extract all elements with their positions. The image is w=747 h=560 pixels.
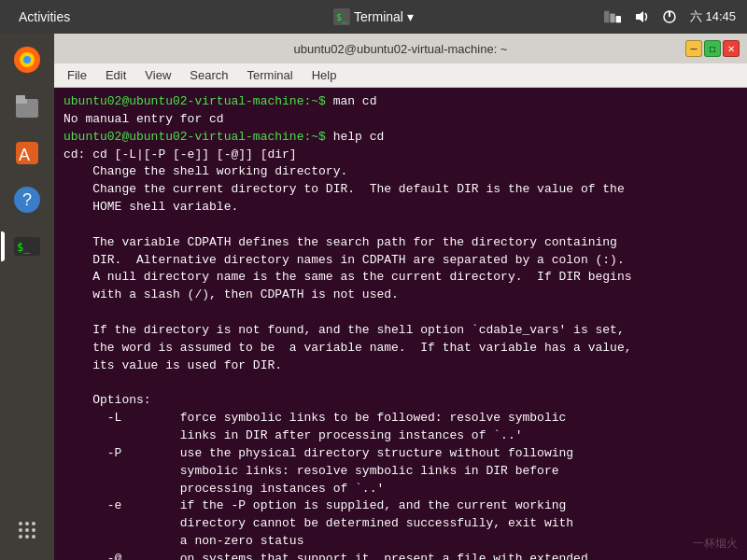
svg-rect-2 — [604, 11, 609, 23]
terminal-line-11: DIR. Alternative directory names in CDPA… — [63, 252, 738, 270]
svg-point-22 — [32, 522, 35, 525]
terminal-line-2: No manual entry for cd — [63, 111, 738, 129]
sidebar-item-files[interactable] — [7, 86, 48, 127]
terminal-line-13: with a slash (/), then CDPATH is not use… — [63, 287, 738, 304]
window-controls: ─ □ ✕ — [685, 40, 740, 57]
sidebar: A ? $_ — [0, 34, 54, 560]
svg-rect-4 — [615, 16, 620, 22]
terminal-line-26: directory cannot be determined successfu… — [63, 515, 738, 533]
terminal-taskbar-chevron: ▾ — [407, 9, 414, 24]
svg-rect-3 — [610, 13, 614, 22]
terminal-line-19: Options: — [63, 392, 738, 410]
terminal-titlebar: ubuntu02@ubuntu02-virtual-machine: ~ ─ □… — [54, 34, 747, 63]
svg-point-25 — [32, 528, 35, 532]
terminal-title: ubuntu02@ubuntu02-virtual-machine: ~ — [294, 42, 508, 56]
terminal-line-1: ubuntu02@ubuntu02-virtual-machine:~$ man… — [63, 93, 738, 111]
terminal-taskbar-item[interactable]: $_ Terminal ▾ — [333, 8, 414, 25]
svg-point-23 — [19, 528, 22, 532]
terminal-line-17: its value is used for DIR. — [63, 357, 738, 375]
terminal-window: ubuntu02@ubuntu02-virtual-machine: ~ ─ □… — [54, 34, 747, 560]
terminal-line-25: -e if the -P option is supplied, and the… — [63, 497, 738, 515]
sidebar-item-terminal[interactable]: $_ — [7, 226, 48, 267]
svg-point-28 — [32, 535, 35, 539]
watermark: 一杯烟火 — [693, 537, 738, 553]
app-grid-button[interactable] — [7, 510, 48, 551]
network-icon[interactable] — [604, 10, 621, 23]
terminal-icon: $_ — [12, 231, 42, 261]
volume-icon[interactable] — [634, 9, 649, 24]
datetime: 六 14:45 — [690, 8, 736, 25]
minimize-button[interactable]: ─ — [685, 40, 702, 57]
svg-point-20 — [19, 522, 22, 525]
power-icon[interactable] — [662, 9, 677, 24]
firefox-icon — [12, 45, 42, 75]
terminal-line-5: Change the shell working directory. — [63, 163, 738, 181]
close-button[interactable]: ✕ — [723, 40, 740, 57]
terminal-body[interactable]: ubuntu02@ubuntu02-virtual-machine:~$ man… — [54, 88, 747, 560]
software-center-icon: A — [12, 138, 42, 168]
terminal-line-14 — [63, 304, 738, 322]
svg-text:A: A — [19, 146, 30, 164]
terminal-line-4: cd: cd [-L|[-P [-e]] [-@]] [dir] — [63, 147, 738, 164]
svg-point-10 — [23, 56, 31, 63]
terminal-line-18 — [63, 375, 738, 393]
sidebar-bottom — [7, 510, 48, 551]
sidebar-item-help[interactable]: ? — [7, 179, 48, 220]
sidebar-item-software-center[interactable]: A — [7, 133, 48, 174]
terminal-line-8: HOME shell variable. — [63, 199, 738, 217]
terminal-line-20: -L force symbolic links to be followed: … — [63, 410, 738, 427]
terminal-taskbar-icon: $_ — [333, 8, 350, 25]
maximize-button[interactable]: □ — [704, 40, 721, 57]
menu-search[interactable]: Search — [182, 66, 235, 84]
terminal-line-9 — [63, 217, 738, 234]
menu-terminal[interactable]: Terminal — [240, 66, 301, 84]
terminal-line-22: -P use the physical directory structure … — [63, 445, 738, 463]
files-icon — [12, 91, 42, 121]
svg-marker-5 — [636, 11, 643, 22]
sidebar-item-firefox[interactable] — [7, 39, 48, 80]
system-bar-right: 六 14:45 — [604, 8, 736, 25]
svg-rect-13 — [16, 95, 25, 100]
terminal-line-27: a non-zero status — [63, 533, 738, 551]
terminal-menubar: File Edit View Search Terminal Help — [54, 63, 747, 88]
system-bar-center: $_ Terminal ▾ — [333, 8, 414, 25]
menu-view[interactable]: View — [137, 66, 178, 84]
menu-edit[interactable]: Edit — [98, 66, 134, 84]
svg-point-26 — [19, 535, 22, 539]
help-icon: ? — [12, 185, 42, 215]
menu-help[interactable]: Help — [304, 66, 345, 84]
svg-point-21 — [25, 522, 29, 525]
system-bar: Activities $_ Terminal ▾ 六 14:45 — [0, 0, 747, 34]
terminal-line-24: processing instances of `..' — [63, 481, 738, 498]
terminal-line-7: Change the current directory to DIR. The… — [63, 181, 738, 199]
menu-file[interactable]: File — [60, 66, 94, 84]
svg-text:?: ? — [22, 190, 32, 209]
svg-text:$_: $_ — [336, 12, 348, 23]
terminal-line-28: -@ on systems that support it, present a… — [63, 551, 738, 560]
svg-point-24 — [25, 528, 29, 532]
terminal-line-16: the word is assumed to be a variable nam… — [63, 340, 738, 357]
terminal-line-12: A null directory name is the same as the… — [63, 269, 738, 287]
svg-text:$_: $_ — [17, 241, 31, 254]
terminal-line-15: If the directory is not found, and the s… — [63, 322, 738, 340]
activities-button[interactable]: Activities — [11, 6, 78, 28]
terminal-line-21: links in DIR after processing instances … — [63, 427, 738, 445]
terminal-line-10: The variable CDPATH defines the search p… — [63, 234, 738, 252]
terminal-line-23: symbolic links: resolve symbolic links i… — [63, 463, 738, 481]
svg-point-27 — [25, 535, 29, 539]
terminal-taskbar-label: Terminal — [354, 9, 403, 24]
app-grid-icon — [16, 519, 38, 541]
terminal-line-3: ubuntu02@ubuntu02-virtual-machine:~$ hel… — [63, 129, 738, 147]
